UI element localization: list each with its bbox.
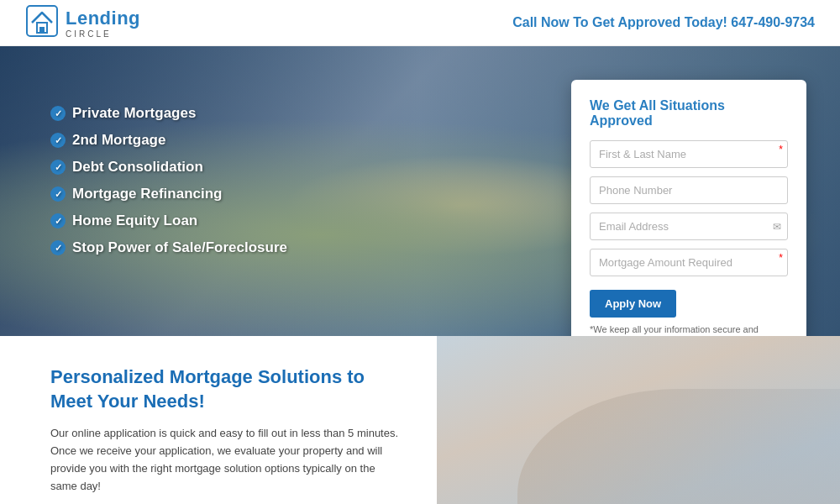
- hero-content: ✓Private Mortgages✓2nd Mortgage✓Debt Con…: [0, 46, 840, 336]
- check-icon: ✓: [50, 106, 66, 121]
- name-field-group: *: [590, 140, 788, 168]
- header-cta-text: Call Now To Get Approved Today!: [512, 15, 727, 29]
- phone-input[interactable]: [590, 176, 788, 204]
- solutions-image: [437, 336, 840, 504]
- form-privacy-text: *We keep all your information secure and…: [590, 324, 788, 336]
- hero-feature-list: ✓Private Mortgages✓2nd Mortgage✓Debt Con…: [50, 80, 287, 266]
- solutions-heading: Personalized Mortgage Solutions to Meet …: [50, 365, 403, 413]
- header-phone[interactable]: 647-490-9734: [731, 15, 815, 29]
- hero-list-item: ✓2nd Mortgage: [50, 132, 287, 149]
- check-icon: ✓: [50, 186, 66, 202]
- amount-field-group: *: [590, 249, 788, 276]
- phone-field-group: [590, 176, 788, 204]
- hero-list-item: ✓Debt Consolidation: [50, 159, 287, 176]
- hero-list-item: ✓Stop Power of Sale/Foreclosure: [50, 239, 287, 256]
- email-icon: ✉: [773, 221, 781, 233]
- header-cta: Call Now To Get Approved Today! 647-490-…: [512, 15, 815, 30]
- check-icon: ✓: [50, 160, 66, 175]
- amount-required-star: *: [779, 252, 783, 264]
- apply-button[interactable]: Apply Now: [590, 290, 676, 318]
- check-icon: ✓: [50, 133, 66, 148]
- application-form-card: We Get All Situations Approved * ✉ * App…: [571, 80, 806, 336]
- email-field-group: ✉: [590, 213, 788, 240]
- logo[interactable]: Lending CIRCLE: [25, 4, 140, 41]
- name-input[interactable]: [590, 140, 788, 168]
- hero-section: ✓Private Mortgages✓2nd Mortgage✓Debt Con…: [0, 46, 840, 336]
- logo-icon: [25, 4, 59, 41]
- svg-rect-2: [39, 27, 45, 33]
- solutions-section: Personalized Mortgage Solutions to Meet …: [0, 336, 840, 504]
- logo-text: Lending CIRCLE: [66, 8, 140, 39]
- hero-list-item: ✓Mortgage Refinancing: [50, 186, 287, 202]
- logo-circle-text: CIRCLE: [66, 29, 140, 39]
- solutions-content: Personalized Mortgage Solutions to Meet …: [0, 336, 437, 504]
- logo-lending-text: Lending: [66, 8, 140, 29]
- site-header: Lending CIRCLE Call Now To Get Approved …: [0, 0, 840, 46]
- form-title: We Get All Situations Approved: [590, 98, 788, 129]
- name-required-star: *: [779, 144, 783, 155]
- solutions-description: Our online application is quick and easy…: [50, 425, 403, 495]
- hero-list-item: ✓Home Equity Loan: [50, 213, 287, 229]
- check-icon: ✓: [50, 213, 66, 228]
- email-input[interactable]: [590, 213, 788, 240]
- check-icon: ✓: [50, 240, 66, 255]
- hero-list-item: ✓Private Mortgages: [50, 105, 287, 122]
- amount-input[interactable]: [590, 249, 788, 276]
